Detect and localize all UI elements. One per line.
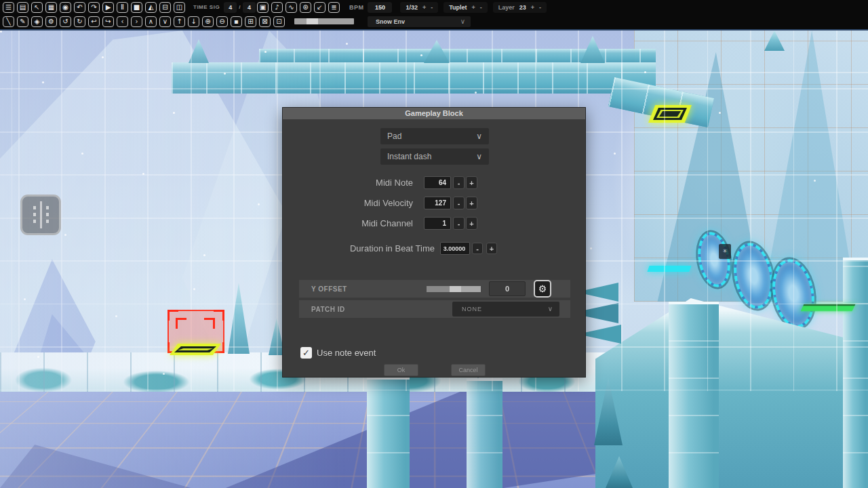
paste-button[interactable]: ⊠ [259, 16, 271, 27]
yellow-platform-selected[interactable] [170, 344, 221, 355]
loop-button[interactable]: ⊛ [300, 2, 311, 13]
time-sig-denominator[interactable]: 4 [243, 2, 256, 13]
midi-channel-plus-button[interactable]: + [466, 217, 477, 230]
zoom-out-button[interactable]: ⊖ [216, 16, 228, 27]
layers-button[interactable]: ⊟ [159, 2, 171, 13]
note-button[interactable]: ♪ [271, 2, 283, 13]
settings-button[interactable]: ⚙ [45, 16, 57, 27]
music-note-icon: ♪ [275, 4, 279, 11]
redo-button[interactable]: ↷ [88, 2, 100, 13]
pause-button[interactable]: Ⅱ [117, 2, 128, 13]
layer-group: Layer 23 + - [493, 2, 547, 13]
y-offset-settings-button[interactable]: ⚙ [534, 280, 551, 298]
channel-rack-button[interactable] [20, 195, 61, 235]
channel-rack-icon [33, 206, 36, 224]
midi-channel-value[interactable]: 1 [424, 217, 451, 230]
block-behavior-select[interactable]: Instant dash ∨ [380, 148, 489, 165]
y-offset-slider-handle[interactable] [450, 286, 461, 292]
rotate-cw-button[interactable]: ↻ [74, 16, 85, 27]
selection-corner-inner [176, 318, 186, 329]
layer-minus-button[interactable]: - [539, 4, 541, 11]
tuplet-label: Tuplet [449, 4, 467, 11]
drag-tool-button[interactable]: ↙ [314, 2, 326, 13]
play-button[interactable]: ▶ [102, 2, 114, 13]
zoom-in-button[interactable]: ⊕ [202, 16, 214, 27]
cancel-button[interactable]: Cancel [451, 364, 486, 376]
y-offset-value[interactable]: 0 [489, 281, 526, 296]
environment-select[interactable]: Snow Env ∨ [368, 16, 471, 27]
rotate-cw-icon: ↻ [77, 18, 82, 25]
y-offset-label: Y OFFSET [311, 285, 347, 293]
nav-right-button[interactable]: › [131, 16, 142, 27]
midi-channel-minus-button[interactable]: - [453, 217, 465, 230]
undo-loop-button[interactable]: ↩ [88, 16, 100, 27]
duration-value[interactable]: 3.00000 [440, 242, 470, 255]
level-editor-window: ✳ [0, 0, 868, 488]
bpm-label: BPM [349, 4, 364, 11]
metronome-button[interactable]: ◭ [145, 2, 157, 13]
nav-left-button[interactable]: ‹ [117, 16, 128, 27]
menu-button[interactable]: ☰ [3, 2, 14, 13]
tuplet-plus-button[interactable]: + [472, 4, 475, 11]
block-type-select[interactable]: Pad ∨ [380, 128, 489, 144]
pencil-tool-button[interactable]: ✎ [17, 16, 28, 27]
redo-loop-button[interactable]: ↪ [102, 16, 114, 27]
midi-note-minus-button[interactable]: - [453, 176, 465, 189]
toolbar-row-1: ☰▤↖▦◉↶↷▶Ⅱ■◭⊟◫ TIME SIG 4 / 4 ▣♪∿⊛↙≣ BPM … [0, 0, 868, 14]
mixer-button[interactable]: ≣ [328, 2, 340, 13]
layer-value[interactable]: 23 [519, 4, 526, 11]
nav-down-button[interactable]: ∨ [159, 16, 171, 27]
undo-button[interactable]: ↶ [74, 2, 85, 13]
time-sig-label: TIME SIG [193, 4, 220, 10]
select-tool-button[interactable]: ↖ [31, 2, 43, 13]
copy-button[interactable]: ⊞ [245, 16, 256, 27]
y-offset-slider[interactable] [427, 286, 481, 292]
midi-channel-label: Midi Channel [283, 218, 413, 228]
split-view-button[interactable]: ◫ [174, 2, 185, 13]
midi-velocity-value[interactable]: 127 [424, 197, 451, 209]
dialog-title: Gameplay Block [283, 108, 585, 119]
grid-toggle-button[interactable]: ▦ [45, 2, 57, 13]
chevron-down-icon: ∨ [163, 18, 167, 25]
move-down-button[interactable]: ↓ [188, 16, 199, 27]
world-button[interactable]: ◉ [60, 2, 71, 13]
midi-velocity-minus-button[interactable]: - [453, 197, 465, 209]
chevron-up-icon: ∧ [149, 18, 153, 25]
bpm-value[interactable]: 150 [368, 2, 392, 13]
fill-button[interactable]: ▪ [231, 16, 242, 27]
tuplet-minus-button[interactable]: - [480, 4, 482, 11]
layer-plus-button[interactable]: + [531, 4, 534, 11]
line-tool-button[interactable]: ╲ [3, 16, 14, 27]
midi-velocity-label: Midi Velocity [283, 198, 413, 208]
rotate-ccw-button[interactable]: ↺ [60, 16, 71, 27]
rotate-ccw-icon: ↺ [62, 18, 68, 25]
slider-handle[interactable] [307, 18, 318, 24]
duration-minus-button[interactable]: - [472, 243, 483, 254]
save-button[interactable]: ▤ [17, 2, 28, 13]
redo-icon: ↷ [91, 4, 96, 11]
selection-corner [214, 310, 224, 321]
patch-id-select[interactable]: NONE ∨ [452, 302, 559, 317]
subdivision-value[interactable]: 1/32 [406, 4, 418, 11]
subdivision-minus-button[interactable]: - [431, 4, 433, 11]
stop-button[interactable]: ■ [131, 2, 142, 13]
duration-plus-button[interactable]: + [486, 243, 497, 254]
duplicate-button[interactable]: ⊡ [273, 16, 285, 27]
nav-up-button[interactable]: ∧ [145, 16, 157, 27]
subdivision-plus-button[interactable]: + [422, 4, 426, 11]
chevron-down-icon: ∨ [476, 132, 482, 140]
use-note-event-checkbox[interactable]: ✓ [300, 347, 312, 359]
zoom-out-icon: ⊖ [219, 18, 224, 25]
waveform-button[interactable]: ∿ [285, 2, 297, 13]
eraser-tool-button[interactable]: ◈ [31, 16, 43, 27]
camera-button[interactable]: ▣ [257, 2, 269, 13]
midi-note-plus-button[interactable]: + [466, 176, 477, 189]
timeline-zoom-slider[interactable] [294, 18, 354, 24]
midi-note-value[interactable]: 64 [424, 176, 451, 189]
line-icon: ╲ [6, 18, 10, 25]
time-sig-numerator[interactable]: 4 [224, 2, 237, 13]
midi-velocity-plus-button[interactable]: + [466, 197, 477, 209]
move-up-button[interactable]: ↑ [174, 16, 185, 27]
metronome-icon: ◭ [149, 4, 154, 11]
ok-button[interactable]: Ok [384, 364, 418, 376]
